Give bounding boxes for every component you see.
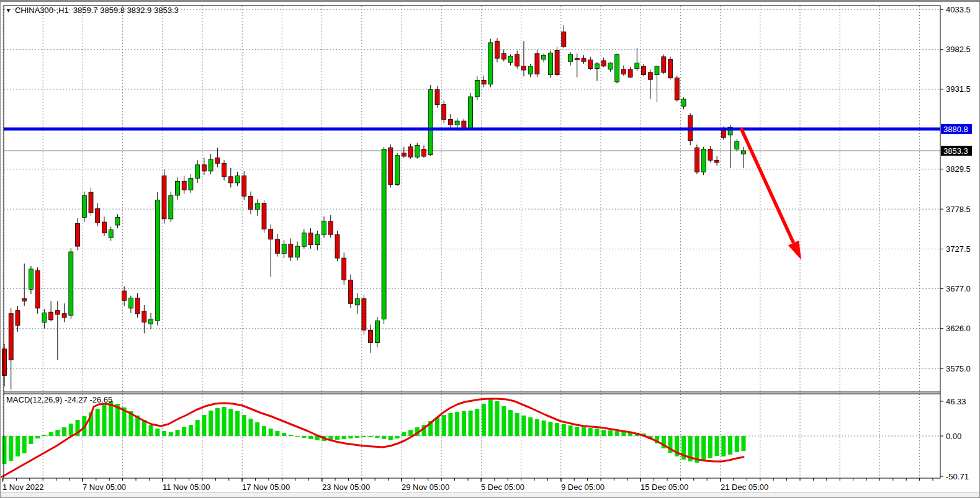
macd-bar [375,436,379,438]
candle-body-up [569,55,573,61]
macd-bar [608,430,613,436]
price-axis-label[interactable]: 4033.5 [946,5,971,14]
time-axis-label[interactable]: 21 Dec 05:00 [721,482,768,492]
time-axis-label[interactable]: 17 Nov 05:00 [242,482,290,492]
price-axis-label[interactable]: 3931.5 [946,84,971,94]
macd-bar [176,430,180,436]
candle-body-up [69,252,73,315]
candle-body-down [601,61,606,66]
candle-body-down [275,239,279,254]
macd-axis-label[interactable]: 0.00 [946,432,961,441]
macd-bar [742,436,746,451]
price-axis-label[interactable]: 3626.0 [946,324,971,333]
candle-body-down [442,105,446,120]
candle-body-down [408,147,413,157]
candle-body-down [262,203,266,229]
candle-body-up [128,298,133,308]
candle-body-up [295,246,300,257]
candle-body-up [608,63,613,69]
time-axis-label[interactable]: 29 Nov 05:00 [402,482,449,492]
price-axis-label[interactable]: 3982.5 [946,45,971,54]
price-axis-label[interactable]: 3575.0 [946,364,971,373]
time-axis-label[interactable]: 15 Dec 05:00 [641,482,688,492]
candle-body-down [389,148,393,184]
candle-body-down [482,81,486,84]
candle-body-down [96,209,100,223]
macd-bar [735,436,739,452]
candle-body-down [555,51,559,75]
macd-bar [535,419,539,436]
candle-body-up [355,299,359,305]
candle-body-down [675,78,679,100]
chart-canvas[interactable]: 4033.53982.53931.53829.53778.53727.53677… [1,2,980,498]
candle-body-up [508,56,513,62]
macd-bar [701,436,706,461]
candle-body-down [202,165,206,171]
candle-body-down [349,280,353,303]
candle-body-down [135,298,140,314]
symbol-dropdown-icon[interactable]: ▼ [6,7,11,14]
candle-body-down [662,57,666,73]
chart-legend: ▼CHINA300-,H1 3859.7 3859.8 3832.9 3853.… [6,6,179,15]
macd-bar [362,436,366,437]
candle-body-down [668,59,673,78]
time-axis-label[interactable]: 7 Nov 05:00 [83,482,126,492]
macd-bar [169,432,173,436]
candle-body-down [588,60,593,69]
price-axis-label[interactable]: 3829.5 [946,164,971,174]
macd-bar [202,415,206,436]
candle-body-up [488,43,493,84]
candle-body-up [29,269,33,290]
candle-body-up [322,221,326,235]
time-axis-label[interactable]: 1 Nov 2022 [2,482,44,492]
macd-bar [275,431,279,436]
candle-body-up [382,149,386,319]
price-axis-label[interactable]: 3677.0 [946,284,971,293]
candle-body-down [515,55,519,66]
blue-hline-object[interactable] [4,128,940,131]
price-axis-label[interactable]: 3778.5 [946,205,971,214]
time-axis-label[interactable]: 9 Dec 05:00 [561,482,605,492]
candle-body-down [562,32,566,47]
macd-bar [528,417,533,436]
candle-body-down [521,66,526,70]
candle-body-up [282,244,286,253]
macd-axis-label[interactable]: 46.33 [946,397,966,406]
candle-body-up [189,178,193,190]
candle-body-down [501,54,506,60]
candle-body-up [255,203,259,210]
candle-body-up [82,195,86,217]
chart-legend-text: CHINA300-,H1 3859.7 3859.8 3832.9 3853.3 [15,6,179,15]
time-axis-label[interactable]: 23 Nov 05:00 [322,482,370,492]
candle-body-down [35,270,40,308]
candle-body-up [615,55,619,82]
candle-body-down [308,233,313,245]
time-axis-label[interactable]: 11 Nov 05:00 [163,482,210,492]
price-axis-label[interactable]: 3727.5 [946,244,971,254]
candle-body-up [415,145,420,157]
macd-bar [2,436,7,464]
macd-bar [22,436,27,453]
candle-body-down [695,148,699,172]
candle-body-down [495,41,500,58]
candle-body-up [196,165,200,179]
macd-bar [488,399,493,436]
macd-bar [96,409,100,436]
candle-body-up [742,151,746,154]
candle-body-down [2,349,7,376]
macd-bar [402,432,406,436]
macd-bar [155,429,160,436]
macd-bar [295,436,300,437]
macd-axis-label[interactable]: -50.71 [946,472,969,481]
candle-body-down [9,314,13,360]
macd-bar [49,432,53,436]
macd-bar [235,411,240,436]
candle-body-up [548,53,552,74]
candle-body-down [435,90,439,105]
macd-bar [196,420,200,436]
macd-bar [728,436,732,455]
macd-bar [721,436,726,456]
time-axis-label[interactable]: 5 Dec 05:00 [481,482,524,492]
macd-bar [182,427,186,436]
price-tag-text: 3880.8 [943,125,968,134]
